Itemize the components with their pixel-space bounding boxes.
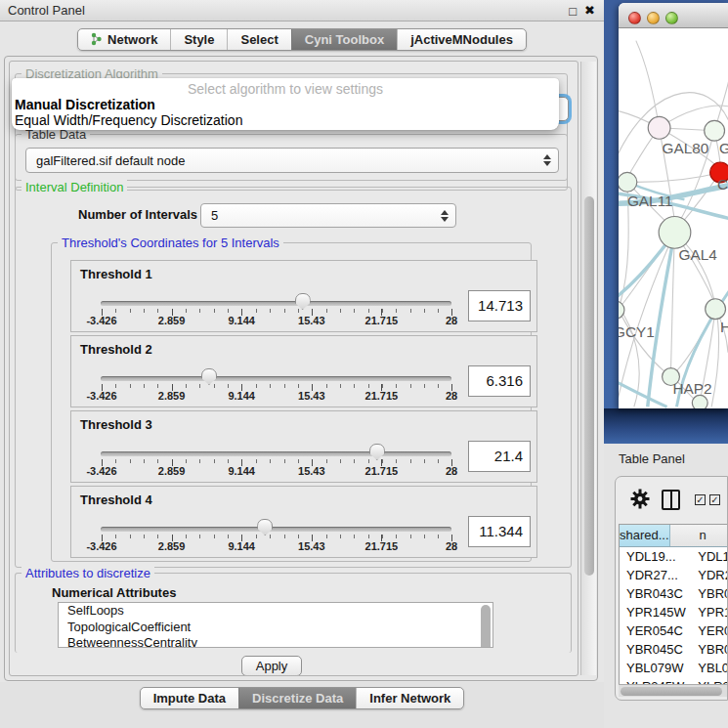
table-cell[interactable]: YBR043C xyxy=(620,584,691,603)
popup-item-manual-discretization[interactable]: Manual Discretization xyxy=(15,97,155,112)
number-of-intervals-combo[interactable]: 5 xyxy=(200,203,456,228)
table-cell[interactable]: YER054C xyxy=(620,621,691,640)
table-cell[interactable]: YER0 xyxy=(691,621,728,640)
threshold-thumb-3[interactable] xyxy=(369,444,385,460)
apply-button[interactable]: Apply xyxy=(241,656,302,676)
network-canvas[interactable]: GAL80 GA C GAL11 GAL4 GCY1 H HAP2 xyxy=(619,28,728,408)
tab-discretize-data[interactable]: Discretize Data xyxy=(238,688,356,708)
numerical-attributes-label: Numerical Attributes xyxy=(52,585,176,600)
table-row[interactable]: YDR27...YDR2 xyxy=(620,566,728,584)
table-cell[interactable]: YBL0 xyxy=(691,659,728,677)
table-cell[interactable]: YPR145W xyxy=(620,603,691,621)
list-item[interactable]: TopologicalCoefficient xyxy=(59,620,492,636)
list-item[interactable]: BetweennessCentrality xyxy=(59,635,492,648)
popup-item-equal-width-frequency[interactable]: Equal Width/Frequency Discretization xyxy=(15,112,242,128)
tab-infer-network[interactable]: Infer Network xyxy=(356,688,463,708)
interval-definition-group: Interval Definition Number of Intervals … xyxy=(15,187,572,568)
column-header-name[interactable]: n xyxy=(670,525,728,546)
tab-style[interactable]: Style xyxy=(170,29,227,50)
column-header-shared[interactable]: shared... xyxy=(620,525,670,546)
threshold-2-slider[interactable] xyxy=(101,376,451,381)
minimize-traffic-light[interactable] xyxy=(647,12,660,24)
tick-label: -3.426 xyxy=(86,315,116,326)
table-cell[interactable]: YDR27... xyxy=(620,566,691,584)
tab-impute-data[interactable]: Impute Data xyxy=(141,688,238,708)
tab-impute-data-label: Impute Data xyxy=(153,691,226,706)
threshold-1-slider[interactable] xyxy=(101,301,451,306)
table-cell[interactable]: YBR0 xyxy=(691,584,728,603)
table-row[interactable]: YBR045CYBR0 xyxy=(620,640,728,659)
checkbox-icon[interactable]: ✓ xyxy=(695,494,706,505)
threshold-2-value-field[interactable]: 6.316 xyxy=(468,365,531,397)
table-body: YDL19...YDL1YDR27...YDR2YBR043CYBR0YPR14… xyxy=(620,547,728,697)
scrollbar-thumb[interactable] xyxy=(621,687,722,696)
zoom-traffic-light[interactable] xyxy=(665,12,678,24)
float-window-icon[interactable]: □ xyxy=(569,4,577,19)
table-cell[interactable]: YDR2 xyxy=(691,566,728,584)
table-cell[interactable]: YBR045C xyxy=(620,640,691,659)
cyni-panel-scrollbar[interactable] xyxy=(580,62,596,675)
threshold-4-slider[interactable] xyxy=(101,527,451,532)
tick-label: 15.43 xyxy=(298,390,325,402)
threshold-3-slider[interactable] xyxy=(101,451,451,456)
table-row[interactable]: YDL19...YDL1 xyxy=(620,547,728,566)
column-layout-icon[interactable] xyxy=(662,490,680,510)
network-window-titlebar[interactable] xyxy=(619,3,728,28)
node-gal80[interactable] xyxy=(648,116,670,139)
gear-icon[interactable] xyxy=(629,488,651,510)
scrollbar-thumb[interactable] xyxy=(584,196,594,576)
node-bottom[interactable] xyxy=(692,395,707,408)
combo-stepper-icon xyxy=(441,210,449,222)
node-gcy1[interactable] xyxy=(619,301,624,319)
node-h[interactable] xyxy=(706,299,726,320)
table-cell[interactable]: YBR0 xyxy=(691,640,728,659)
table-panel-toolbar: ✓ ✓ xyxy=(616,477,728,524)
threshold-thumb-4[interactable] xyxy=(257,519,273,535)
tab-network[interactable]: Network xyxy=(78,29,170,50)
node-label: GAL11 xyxy=(627,193,673,209)
threshold-4-value-field[interactable]: 11.344 xyxy=(468,516,531,547)
checkbox-icon[interactable]: ✓ xyxy=(709,494,720,505)
control-panel-title: Control Panel xyxy=(0,3,85,18)
numerical-attributes-list[interactable]: SelfLoops TopologicalCoefficient Between… xyxy=(58,602,493,648)
desktop-shadow xyxy=(604,408,728,444)
tab-style-label: Style xyxy=(184,32,214,47)
table-data-combo[interactable]: galFiltered.sif default node xyxy=(25,148,559,173)
node-gal11[interactable] xyxy=(619,172,637,192)
table-cell[interactable]: YBL079W xyxy=(620,659,691,677)
close-panel-icon[interactable]: ✖ xyxy=(584,3,595,18)
table-cell[interactable]: YDL19... xyxy=(620,547,691,566)
tick-label: 21.715 xyxy=(365,465,399,477)
close-traffic-light[interactable] xyxy=(628,12,641,24)
tick-label: 2.859 xyxy=(158,390,186,402)
threshold-1-value-field[interactable]: 14.713 xyxy=(468,290,531,321)
threshold-1-panel: Threshold 1 -3.4262.8599.14415.4321.7152… xyxy=(70,260,537,332)
tick-label: -3.426 xyxy=(86,390,116,402)
table-row[interactable]: YBL079WYBL0 xyxy=(620,659,728,677)
tab-jactivemnodules[interactable]: jActiveMNodules xyxy=(397,29,526,50)
tab-cyni-toolbox[interactable]: Cyni Toolbox xyxy=(291,29,397,50)
table-panel: ✓ ✓ shared... n YDL19...YDL1YDR27...YDR2… xyxy=(615,476,728,701)
number-of-intervals-label: Number of Intervals xyxy=(78,207,197,222)
threshold-3-value-field[interactable]: 21.4 xyxy=(468,441,531,472)
threshold-3-panel: Threshold 3 -3.4262.8599.14415.4321.7152… xyxy=(70,410,537,483)
attributes-list-scrollbar[interactable] xyxy=(481,605,491,648)
table-panel-title: Table Panel xyxy=(619,451,685,466)
tick-label: 21.715 xyxy=(365,315,399,326)
tick-label: 28 xyxy=(446,540,457,552)
list-item[interactable]: SelfLoops xyxy=(59,603,492,620)
tab-select[interactable]: Select xyxy=(227,29,290,50)
table-horizontal-scrollbar[interactable] xyxy=(619,684,728,697)
table-row[interactable]: YPR145WYPR1 xyxy=(620,603,728,621)
number-of-intervals-value: 5 xyxy=(211,208,218,223)
table-cell[interactable]: YDL1 xyxy=(691,547,728,566)
threshold-thumb-2[interactable] xyxy=(201,368,217,385)
threshold-thumb-1[interactable] xyxy=(295,293,311,310)
tick-label: -3.426 xyxy=(86,540,116,552)
node-label: HAP2 xyxy=(673,380,712,397)
node-top-right[interactable] xyxy=(705,120,725,141)
table-row[interactable]: YBR043CYBR0 xyxy=(620,584,728,603)
table-cell[interactable]: YPR1 xyxy=(691,603,728,621)
table-row[interactable]: YER054CYER0 xyxy=(620,621,728,640)
node-gal4[interactable] xyxy=(659,217,691,249)
